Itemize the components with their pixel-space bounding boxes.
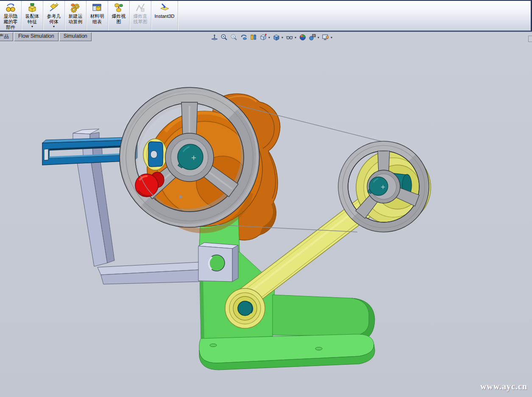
explode-line-sketch-button[interactable]: 爆炸直 线草图 <box>130 1 151 31</box>
new-motion-study-button[interactable]: 新建运 动算例 <box>65 1 86 31</box>
zoom-to-area-icon[interactable] <box>220 34 228 41</box>
graphics-viewport[interactable] <box>0 32 532 397</box>
button-label: 爆炸视 图 <box>112 14 126 25</box>
zoom-in-out-icon[interactable] <box>230 34 238 41</box>
spoke <box>378 151 390 172</box>
chevron-down-icon[interactable]: ▼ <box>53 25 56 28</box>
vertex-dot <box>179 196 182 198</box>
apply-scene-icon[interactable] <box>299 34 306 41</box>
gears-icon <box>70 2 81 14</box>
hide-show-items-icon[interactable] <box>286 34 293 41</box>
heads-up-view-toolbar: ▾ ▾ ▾ ▾ ▾ <box>211 34 333 41</box>
slide-frame[interactable] <box>42 137 167 170</box>
plane-axis-icon <box>48 2 59 14</box>
bill-of-materials-button[interactable]: 材料明 细表 <box>86 1 108 31</box>
bolt-hole <box>210 344 217 347</box>
solidworks-window: 显示隐 藏的零 部件 装配体 特征 ▼ <box>0 0 532 397</box>
chevron-down-icon[interactable]: ▾ <box>281 36 283 39</box>
chevron-down-icon[interactable]: ▾ <box>331 36 332 39</box>
button-label: 显示隐 藏的零 部件 <box>4 14 18 30</box>
zoom-to-fit-icon[interactable] <box>211 34 218 41</box>
tab-flow-simulation[interactable]: Flow Simulation <box>14 32 58 41</box>
collapsed-panel-button[interactable] <box>528 36 532 42</box>
display-style-icon[interactable] <box>273 34 280 41</box>
frame-end-slot <box>44 149 48 160</box>
button-label: 材料明 细表 <box>90 14 104 25</box>
bolt-hole <box>315 347 322 350</box>
button-label: 装配体 特征 <box>25 14 39 25</box>
view-settings-icon[interactable] <box>309 34 316 41</box>
button-label: 新建运 动算例 <box>69 14 83 25</box>
hub-teal <box>178 144 203 170</box>
full-screen-preview-icon[interactable] <box>322 34 329 41</box>
sketch-lines-icon <box>135 2 146 14</box>
instant3d-arrow-icon <box>159 2 170 14</box>
tab-simulation[interactable]: Simulation <box>59 32 92 41</box>
reference-geometry-button[interactable]: 参考几 何体 ▼ <box>43 1 65 31</box>
exploded-view-button[interactable]: 爆炸视 图 <box>108 1 130 31</box>
view-orientation-icon[interactable] <box>259 34 267 41</box>
instant3d-button[interactable]: Instant3D <box>151 1 178 31</box>
button-label: 爆炸直 线草图 <box>134 14 148 25</box>
chevron-down-icon[interactable]: ▾ <box>268 36 270 39</box>
table-window-icon <box>92 2 103 14</box>
rotate-view-icon[interactable] <box>240 34 248 41</box>
chevron-down-icon[interactable]: ▼ <box>31 25 34 28</box>
command-toolbar: 显示隐 藏的零 部件 装配体 特征 ▼ <box>0 0 532 32</box>
button-label: 参考几 何体 <box>47 14 61 25</box>
tab-products[interactable]: 产品 <box>0 32 13 41</box>
vise-box-icon <box>27 2 38 14</box>
hub-teal <box>369 177 388 196</box>
exploded-blocks-icon <box>113 2 124 14</box>
document-tab-bar: 产品 Flow Simulation Simulation <box>0 32 92 41</box>
section-view-icon[interactable] <box>250 34 257 41</box>
chevron-down-icon[interactable]: ▾ <box>318 36 319 39</box>
show-hidden-components-button[interactable]: 显示隐 藏的零 部件 <box>0 1 22 31</box>
chevron-down-icon[interactable]: ▾ <box>295 36 296 39</box>
watermark: www.ayc.cn <box>480 382 527 391</box>
button-label: Instant3D <box>154 14 174 19</box>
assembly-features-button[interactable]: 装配体 特征 ▼ <box>22 1 43 31</box>
glasses-gold-icon <box>5 2 16 14</box>
